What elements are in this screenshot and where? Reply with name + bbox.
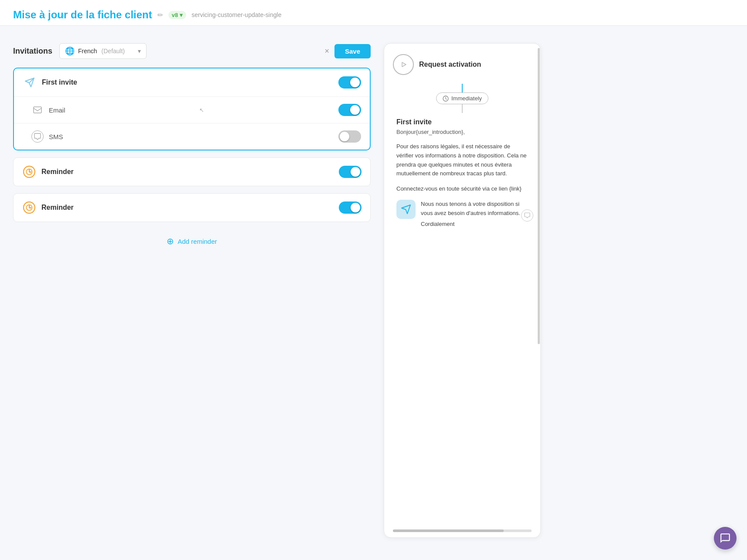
timeline-line-top <box>462 84 463 92</box>
add-circle-icon: ⊕ <box>167 236 174 246</box>
reminder-section-2: Reminder <box>13 193 371 222</box>
first-invite-preview: First invite Bonjour{user_introduction},… <box>393 118 532 235</box>
first-invite-toggle[interactable] <box>338 76 361 89</box>
preview-plane-icon-box <box>396 200 416 219</box>
svg-point-2 <box>27 205 32 211</box>
sms-preview-icon <box>521 209 533 222</box>
reminder-label-2: Reminder <box>41 204 339 212</box>
edit-icon[interactable]: ✏ <box>157 11 163 19</box>
sms-row: SMS <box>14 123 370 150</box>
main-content: Invitations 🌐 French (Default) ▾ × Save <box>0 26 747 555</box>
breadcrumb-slug: servicing-customer-update-single <box>191 11 281 18</box>
version-badge[interactable]: v8 ▾ <box>168 11 186 19</box>
svg-marker-3 <box>402 62 406 67</box>
invitations-label: Invitations <box>13 47 52 56</box>
language-selector[interactable]: 🌐 French (Default) ▾ <box>59 43 147 59</box>
reminder-toggle-1[interactable] <box>339 166 362 178</box>
reminder-row-2: Reminder <box>14 194 370 222</box>
sms-icon <box>31 130 44 143</box>
preview-email-block: Nous nous tenons à votre disposition si … <box>396 200 528 235</box>
left-panel: Invitations 🌐 French (Default) ▾ × Save <box>13 43 371 538</box>
add-reminder-label: Add reminder <box>177 238 217 245</box>
request-activation-label: Request activation <box>419 61 481 68</box>
page-title: Mise à jour de la fiche client <box>13 9 152 21</box>
lang-name: French <box>78 48 97 55</box>
save-button[interactable]: Save <box>334 44 371 58</box>
scrollbar-track[interactable] <box>537 44 540 537</box>
lang-icon: 🌐 <box>65 46 75 56</box>
svg-point-1 <box>27 169 32 175</box>
preview-content: Request activation Immediately First inv… <box>384 44 540 526</box>
preview-email-text-col: Nous nous tenons à votre disposition si … <box>421 200 528 235</box>
reminder-row-1: Reminder <box>14 158 370 186</box>
page-header: Mise à jour de la fiche client ✏ v8 ▾ se… <box>0 0 747 26</box>
add-reminder-button[interactable]: ⊕ Add reminder <box>13 229 371 253</box>
reminder-clock-icon-2 <box>22 201 36 215</box>
reminder-toggle-2[interactable] <box>339 201 362 214</box>
preview-body-para-2: Connectez-vous en toute sécurité via ce … <box>396 184 528 194</box>
preview-first-invite-title: First invite <box>396 118 528 126</box>
request-activation-row: Request activation <box>393 54 532 75</box>
paper-plane-icon <box>23 75 37 89</box>
immediately-label: Immediately <box>451 95 482 102</box>
horizontal-scrollbar[interactable] <box>393 529 532 532</box>
chevron-down-icon: ▾ <box>138 48 141 55</box>
immediately-badge[interactable]: Immediately <box>436 92 488 104</box>
cursor-indicator: ↖ <box>65 107 338 113</box>
email-icon <box>31 104 44 116</box>
sms-toggle[interactable] <box>338 130 361 143</box>
chat-bubble-button[interactable] <box>714 527 737 550</box>
invitations-header: Invitations 🌐 French (Default) ▾ × Save <box>13 43 371 59</box>
play-icon <box>393 54 414 75</box>
lang-default: (Default) <box>102 48 125 55</box>
preview-first-invite-subtitle: Bonjour{user_introduction}, <box>396 129 528 135</box>
email-row: Email ↖ <box>14 97 370 123</box>
close-button[interactable]: × <box>324 47 329 56</box>
email-label: Email <box>49 106 65 114</box>
reminder-label-1: Reminder <box>41 168 339 176</box>
reminder-clock-icon-1 <box>22 165 36 179</box>
preview-body-para-1: Pour des raisons légales, il est nécessa… <box>396 142 528 178</box>
sms-label: SMS <box>49 133 63 140</box>
first-invite-label: First invite <box>42 79 338 86</box>
first-invite-section: First invite Email ↖ <box>13 68 371 150</box>
scrollbar-thumb-h <box>393 529 504 532</box>
header-actions: × Save <box>324 44 371 58</box>
right-panel-preview: Request activation Immediately First inv… <box>384 43 541 538</box>
timeline-connector: Immediately <box>393 84 532 113</box>
svg-rect-0 <box>34 107 41 113</box>
preview-body-para-3: Nous nous tenons à votre disposition si … <box>421 200 528 218</box>
timeline-line-bottom <box>462 104 463 113</box>
preview-body-para-4: Cordialement <box>421 220 528 229</box>
reminder-section-1: Reminder <box>13 157 371 186</box>
scrollbar-thumb <box>538 48 540 344</box>
email-toggle[interactable] <box>338 104 361 116</box>
first-invite-row: First invite <box>14 68 370 97</box>
